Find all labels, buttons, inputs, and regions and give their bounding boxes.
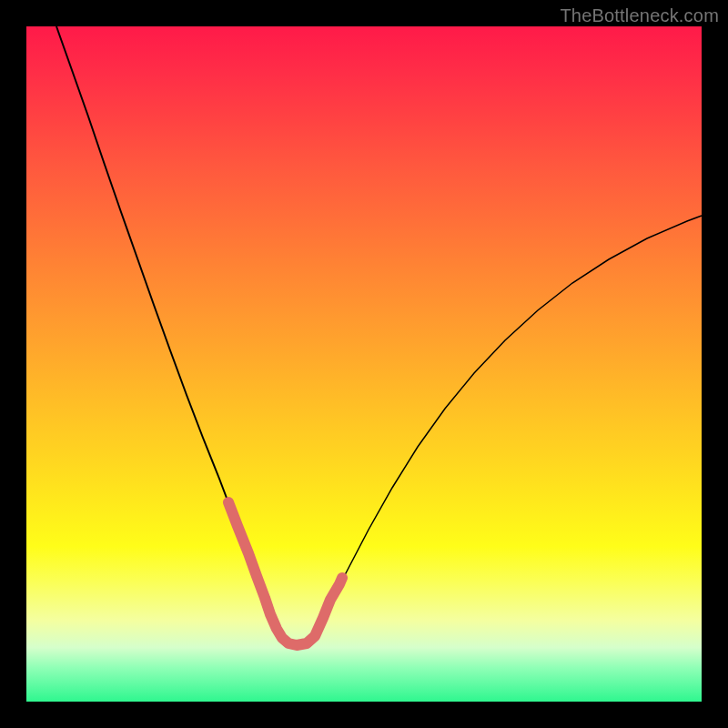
curve-right-ascent xyxy=(325,216,702,612)
curve-valley-highlight xyxy=(228,502,342,645)
curve-left-descent xyxy=(56,26,256,572)
chart-curve-layer xyxy=(26,26,702,702)
watermark-text: TheBottleneck.com xyxy=(560,5,719,26)
